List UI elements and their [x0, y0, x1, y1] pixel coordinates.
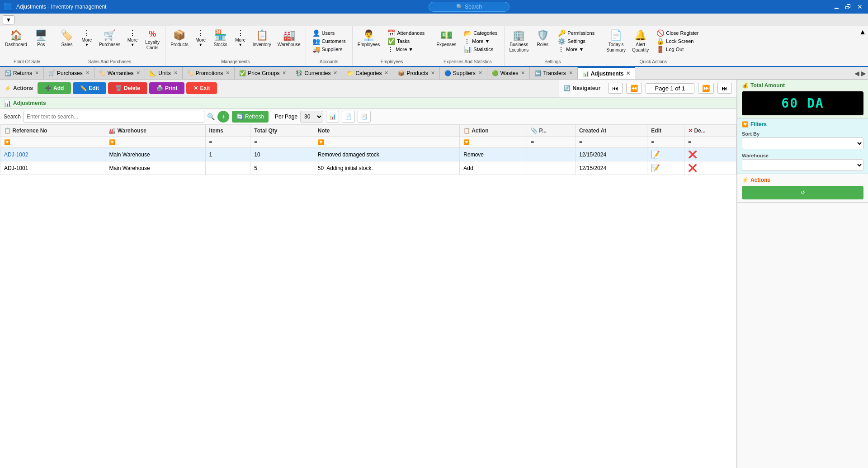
nav-first-button[interactable]: ⏮: [608, 83, 623, 94]
tab-promotions[interactable]: 🏷️ Promotions ✕: [183, 67, 235, 79]
export-excel-button[interactable]: 📑: [358, 111, 371, 123]
restore-button[interactable]: 🗗: [844, 3, 853, 10]
tab-purchases-close[interactable]: ✕: [85, 70, 90, 76]
tab-currencies[interactable]: 💱 Currencies ✕: [291, 67, 342, 79]
ribbon-btn-more-set[interactable]: ⋮ More ▼: [556, 45, 596, 53]
search-input[interactable]: [24, 111, 204, 123]
row2-edit-icon[interactable]: 📝: [651, 164, 660, 172]
tab-suppliers-close[interactable]: ✕: [478, 70, 482, 76]
tab-categories[interactable]: 📁 Categories ✕: [342, 67, 393, 79]
exit-button[interactable]: ✕ Exit: [186, 82, 217, 94]
ribbon-collapse[interactable]: ▲: [857, 26, 868, 66]
col-header-totalqty[interactable]: Total Qty: [250, 125, 314, 137]
tab-promotions-close[interactable]: ✕: [226, 70, 230, 76]
ribbon-btn-suppliers[interactable]: 🚚 Suppliers: [311, 45, 348, 53]
ribbon-btn-todays-summary[interactable]: 📄 Today'sSummary: [604, 28, 628, 54]
ribbon-btn-more-sales[interactable]: ⋮ More ▼: [79, 28, 95, 48]
tab-currencies-close[interactable]: ✕: [333, 70, 337, 76]
table-row[interactable]: ADJ-1002 Main Warehouse 1 10 Removed dam…: [0, 148, 736, 161]
ribbon-btn-roles[interactable]: 🛡️ Roles: [533, 28, 552, 49]
tabs-prev-button[interactable]: ◀: [854, 70, 859, 77]
col-header-items[interactable]: Items: [205, 125, 250, 137]
close-button[interactable]: ✕: [855, 3, 864, 10]
col-header-refno[interactable]: 📋 Reference No: [0, 125, 105, 137]
tab-returns-close[interactable]: ✕: [35, 70, 39, 76]
ribbon-btn-tasks[interactable]: ✅ Tasks: [386, 37, 426, 45]
export-pdf-button[interactable]: 📄: [342, 111, 355, 123]
tab-products-close[interactable]: ✕: [431, 70, 435, 76]
ribbon-btn-more-stocks[interactable]: ⋮ More ▼: [232, 28, 249, 48]
refresh-button[interactable]: 🔄 Refresh: [232, 111, 269, 123]
ribbon-btn-products[interactable]: 📦 Products: [168, 28, 190, 49]
col-header-delete[interactable]: ✕ De...: [684, 125, 736, 137]
ribbon-btn-permissions[interactable]: 🔑 Permissions: [556, 29, 596, 37]
tab-transfers[interactable]: ⬅️ Transfers ✕: [530, 67, 577, 79]
tab-wastes[interactable]: 🟢 Wastes ✕: [487, 67, 530, 79]
warehouse-filter-select[interactable]: [742, 159, 863, 171]
ribbon-collapse-icon[interactable]: ▲: [859, 28, 866, 36]
reset-button[interactable]: ↺: [742, 186, 863, 199]
ribbon-btn-loyalty[interactable]: % LoyaltyCards: [142, 28, 162, 52]
ribbon-btn-more-mgmt[interactable]: ⋮ More ▼: [193, 28, 209, 48]
ribbon-btn-inventory[interactable]: 📋 Inventory: [250, 28, 274, 49]
col-header-edit[interactable]: Edit: [647, 125, 684, 137]
add-button[interactable]: ➕ Add: [38, 82, 71, 94]
row2-delete[interactable]: ❌: [684, 161, 736, 175]
ribbon-btn-statistics[interactable]: 📊 Statistics: [462, 45, 499, 53]
tab-warranties[interactable]: 🏷️ Warranties ✕: [94, 67, 146, 79]
ribbon-btn-more-exp[interactable]: ⋮ More ▼: [462, 37, 499, 45]
ribbon-btn-more-purchases[interactable]: ⋮ More ▼: [124, 28, 141, 48]
ribbon-btn-users[interactable]: 👤 Users: [311, 29, 348, 37]
col-header-warehouse[interactable]: 🏭 Warehouse: [105, 125, 205, 137]
tab-returns[interactable]: ↩️ Returns ✕: [0, 67, 44, 79]
ribbon-btn-customers[interactable]: 👥 Customers: [311, 37, 348, 45]
tab-units-close[interactable]: ✕: [174, 70, 178, 76]
ribbon-btn-pos[interactable]: 🖥️ Pos: [31, 28, 51, 49]
ribbon-btn-business[interactable]: 🏢 BusinessLocations: [507, 28, 531, 54]
tab-transfers-close[interactable]: ✕: [569, 70, 573, 76]
per-page-select[interactable]: 30 50 100: [300, 111, 323, 123]
ribbon-btn-employees[interactable]: 👨‍💼 Employees: [355, 28, 382, 49]
row1-delete-icon[interactable]: ❌: [688, 151, 697, 158]
row2-delete-icon[interactable]: ❌: [688, 164, 697, 172]
ribbon-btn-warehouse[interactable]: 🏭 Warehouse: [275, 28, 303, 49]
tab-categories-close[interactable]: ✕: [384, 70, 388, 76]
ribbon-btn-close-register[interactable]: 🚫 Close Register: [655, 29, 700, 37]
minimize-button[interactable]: 🗕: [832, 3, 841, 10]
ribbon-btn-alert[interactable]: 🔔 AlertQuantity: [630, 28, 651, 54]
tab-price-groups-close[interactable]: ✕: [282, 70, 286, 76]
tab-suppliers[interactable]: 🔵 Suppliers ✕: [440, 67, 487, 79]
title-bar-search-box[interactable]: 🔍 Search: [429, 2, 509, 12]
ribbon-btn-expenses[interactable]: 💵 Expenses: [434, 28, 458, 49]
row1-edit-icon[interactable]: 📝: [651, 151, 660, 158]
ribbon-btn-categories[interactable]: 📂 Categories: [462, 29, 499, 37]
table-row[interactable]: ADJ-1001 Main Warehouse 5 50 Adding init…: [0, 161, 736, 175]
add-row-button[interactable]: +: [217, 111, 229, 123]
ribbon-btn-more-emp[interactable]: ⋮ More ▼: [386, 45, 426, 53]
col-header-action[interactable]: 📋 Action: [460, 125, 527, 137]
ribbon-btn-log-out[interactable]: 🚪 Log Out: [655, 45, 700, 53]
row2-edit[interactable]: 📝: [647, 161, 684, 175]
tab-wastes-close[interactable]: ✕: [521, 70, 525, 76]
nav-last-button[interactable]: ⏭: [717, 83, 732, 94]
tab-adjustments-close[interactable]: ✕: [626, 71, 630, 76]
ribbon-btn-lock-screen[interactable]: 🔒 Lock Screen: [655, 37, 700, 45]
col-header-created[interactable]: Created At: [576, 125, 647, 137]
export-excel-green-button[interactable]: 📊: [326, 111, 339, 123]
tabs-next-button[interactable]: ▶: [861, 70, 866, 77]
col-header-note[interactable]: Note: [314, 125, 460, 137]
row1-edit[interactable]: 📝: [647, 148, 684, 161]
tab-purchases[interactable]: 🛒 Purchases ✕: [44, 67, 94, 79]
tab-adjustments[interactable]: 📊 Adjustments ✕: [578, 67, 636, 79]
ribbon-btn-purchases[interactable]: 🛒 Purchases: [97, 28, 123, 49]
col-header-p[interactable]: 📎 P...: [527, 125, 576, 137]
nav-prev-button[interactable]: ⏪: [626, 83, 642, 94]
row1-delete[interactable]: ❌: [684, 148, 736, 161]
tab-price-groups[interactable]: ✅ Price Groups ✕: [235, 67, 291, 79]
quick-menu-button[interactable]: ▼: [3, 15, 14, 24]
ribbon-btn-stocks[interactable]: 🏪 Stocks: [211, 28, 231, 49]
search-submit-icon[interactable]: 🔍: [207, 113, 215, 120]
delete-button[interactable]: 🗑️ Delete: [108, 82, 147, 94]
tab-products[interactable]: 📦 Products ✕: [393, 67, 439, 79]
edit-button[interactable]: ✏️ Edit: [73, 82, 106, 94]
